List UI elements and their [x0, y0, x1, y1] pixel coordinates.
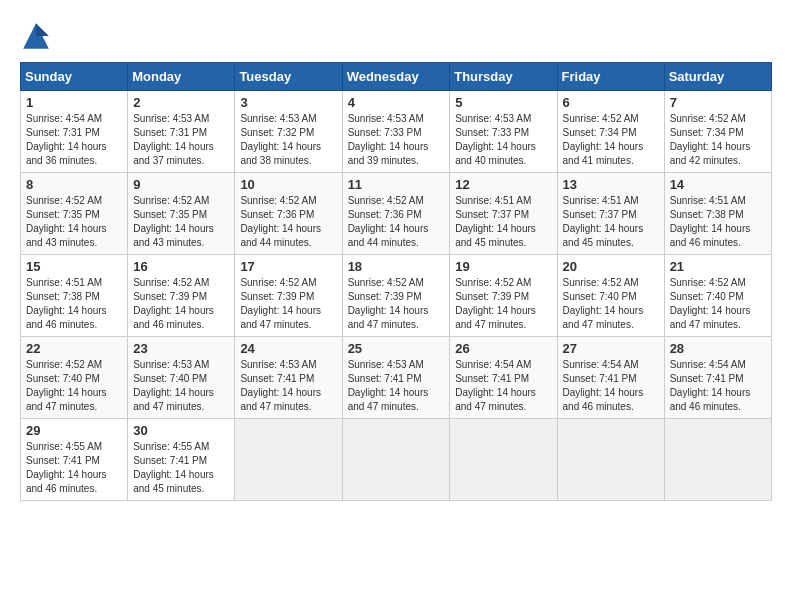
day-number: 27 — [563, 341, 659, 356]
logo — [20, 20, 56, 52]
calendar-cell: 19 Sunrise: 4:52 AMSunset: 7:39 PMDaylig… — [450, 255, 557, 337]
day-number: 25 — [348, 341, 445, 356]
col-header-saturday: Saturday — [664, 63, 771, 91]
calendar-week-4: 22 Sunrise: 4:52 AMSunset: 7:40 PMDaylig… — [21, 337, 772, 419]
day-info: Sunrise: 4:54 AMSunset: 7:41 PMDaylight:… — [670, 358, 766, 414]
day-number: 22 — [26, 341, 122, 356]
calendar-cell: 13 Sunrise: 4:51 AMSunset: 7:37 PMDaylig… — [557, 173, 664, 255]
day-number: 2 — [133, 95, 229, 110]
calendar-cell: 16 Sunrise: 4:52 AMSunset: 7:39 PMDaylig… — [128, 255, 235, 337]
day-number: 30 — [133, 423, 229, 438]
day-info: Sunrise: 4:53 AMSunset: 7:33 PMDaylight:… — [455, 112, 551, 168]
calendar-cell: 9 Sunrise: 4:52 AMSunset: 7:35 PMDayligh… — [128, 173, 235, 255]
day-info: Sunrise: 4:53 AMSunset: 7:41 PMDaylight:… — [240, 358, 336, 414]
calendar-cell: 10 Sunrise: 4:52 AMSunset: 7:36 PMDaylig… — [235, 173, 342, 255]
calendar-cell — [450, 419, 557, 501]
day-info: Sunrise: 4:52 AMSunset: 7:39 PMDaylight:… — [348, 276, 445, 332]
calendar-cell: 20 Sunrise: 4:52 AMSunset: 7:40 PMDaylig… — [557, 255, 664, 337]
day-info: Sunrise: 4:52 AMSunset: 7:39 PMDaylight:… — [455, 276, 551, 332]
day-number: 28 — [670, 341, 766, 356]
day-number: 5 — [455, 95, 551, 110]
day-number: 21 — [670, 259, 766, 274]
day-info: Sunrise: 4:54 AMSunset: 7:41 PMDaylight:… — [563, 358, 659, 414]
day-number: 11 — [348, 177, 445, 192]
day-info: Sunrise: 4:52 AMSunset: 7:36 PMDaylight:… — [348, 194, 445, 250]
calendar-cell: 8 Sunrise: 4:52 AMSunset: 7:35 PMDayligh… — [21, 173, 128, 255]
day-number: 13 — [563, 177, 659, 192]
day-number: 6 — [563, 95, 659, 110]
calendar-cell: 25 Sunrise: 4:53 AMSunset: 7:41 PMDaylig… — [342, 337, 450, 419]
calendar-cell: 6 Sunrise: 4:52 AMSunset: 7:34 PMDayligh… — [557, 91, 664, 173]
day-info: Sunrise: 4:51 AMSunset: 7:37 PMDaylight:… — [455, 194, 551, 250]
calendar-cell: 11 Sunrise: 4:52 AMSunset: 7:36 PMDaylig… — [342, 173, 450, 255]
day-info: Sunrise: 4:51 AMSunset: 7:38 PMDaylight:… — [670, 194, 766, 250]
calendar-cell: 17 Sunrise: 4:52 AMSunset: 7:39 PMDaylig… — [235, 255, 342, 337]
calendar-cell: 28 Sunrise: 4:54 AMSunset: 7:41 PMDaylig… — [664, 337, 771, 419]
calendar-cell: 29 Sunrise: 4:55 AMSunset: 7:41 PMDaylig… — [21, 419, 128, 501]
day-info: Sunrise: 4:55 AMSunset: 7:41 PMDaylight:… — [133, 440, 229, 496]
calendar-cell: 24 Sunrise: 4:53 AMSunset: 7:41 PMDaylig… — [235, 337, 342, 419]
day-number: 18 — [348, 259, 445, 274]
calendar-header-row: SundayMondayTuesdayWednesdayThursdayFrid… — [21, 63, 772, 91]
day-number: 17 — [240, 259, 336, 274]
calendar-cell — [235, 419, 342, 501]
calendar-cell: 4 Sunrise: 4:53 AMSunset: 7:33 PMDayligh… — [342, 91, 450, 173]
calendar-cell: 18 Sunrise: 4:52 AMSunset: 7:39 PMDaylig… — [342, 255, 450, 337]
day-info: Sunrise: 4:54 AMSunset: 7:41 PMDaylight:… — [455, 358, 551, 414]
calendar-cell: 27 Sunrise: 4:54 AMSunset: 7:41 PMDaylig… — [557, 337, 664, 419]
day-number: 26 — [455, 341, 551, 356]
calendar-cell: 23 Sunrise: 4:53 AMSunset: 7:40 PMDaylig… — [128, 337, 235, 419]
day-number: 20 — [563, 259, 659, 274]
day-info: Sunrise: 4:53 AMSunset: 7:33 PMDaylight:… — [348, 112, 445, 168]
calendar-cell: 30 Sunrise: 4:55 AMSunset: 7:41 PMDaylig… — [128, 419, 235, 501]
day-info: Sunrise: 4:52 AMSunset: 7:39 PMDaylight:… — [240, 276, 336, 332]
day-info: Sunrise: 4:51 AMSunset: 7:38 PMDaylight:… — [26, 276, 122, 332]
calendar-week-5: 29 Sunrise: 4:55 AMSunset: 7:41 PMDaylig… — [21, 419, 772, 501]
calendar-cell: 21 Sunrise: 4:52 AMSunset: 7:40 PMDaylig… — [664, 255, 771, 337]
calendar-cell — [342, 419, 450, 501]
day-number: 16 — [133, 259, 229, 274]
day-number: 8 — [26, 177, 122, 192]
logo-icon — [20, 20, 52, 52]
calendar-cell — [557, 419, 664, 501]
day-info: Sunrise: 4:55 AMSunset: 7:41 PMDaylight:… — [26, 440, 122, 496]
svg-marker-1 — [36, 23, 49, 36]
day-info: Sunrise: 4:52 AMSunset: 7:40 PMDaylight:… — [563, 276, 659, 332]
col-header-friday: Friday — [557, 63, 664, 91]
calendar-cell: 5 Sunrise: 4:53 AMSunset: 7:33 PMDayligh… — [450, 91, 557, 173]
day-info: Sunrise: 4:54 AMSunset: 7:31 PMDaylight:… — [26, 112, 122, 168]
calendar-week-3: 15 Sunrise: 4:51 AMSunset: 7:38 PMDaylig… — [21, 255, 772, 337]
day-info: Sunrise: 4:52 AMSunset: 7:36 PMDaylight:… — [240, 194, 336, 250]
calendar-cell — [664, 419, 771, 501]
calendar-cell: 15 Sunrise: 4:51 AMSunset: 7:38 PMDaylig… — [21, 255, 128, 337]
day-info: Sunrise: 4:52 AMSunset: 7:35 PMDaylight:… — [26, 194, 122, 250]
day-info: Sunrise: 4:52 AMSunset: 7:35 PMDaylight:… — [133, 194, 229, 250]
calendar-cell: 2 Sunrise: 4:53 AMSunset: 7:31 PMDayligh… — [128, 91, 235, 173]
calendar-cell: 26 Sunrise: 4:54 AMSunset: 7:41 PMDaylig… — [450, 337, 557, 419]
day-info: Sunrise: 4:52 AMSunset: 7:40 PMDaylight:… — [670, 276, 766, 332]
day-number: 1 — [26, 95, 122, 110]
day-number: 7 — [670, 95, 766, 110]
calendar: SundayMondayTuesdayWednesdayThursdayFrid… — [20, 62, 772, 501]
day-number: 29 — [26, 423, 122, 438]
day-number: 12 — [455, 177, 551, 192]
col-header-sunday: Sunday — [21, 63, 128, 91]
day-number: 23 — [133, 341, 229, 356]
col-header-wednesday: Wednesday — [342, 63, 450, 91]
day-info: Sunrise: 4:53 AMSunset: 7:40 PMDaylight:… — [133, 358, 229, 414]
calendar-week-2: 8 Sunrise: 4:52 AMSunset: 7:35 PMDayligh… — [21, 173, 772, 255]
day-info: Sunrise: 4:52 AMSunset: 7:40 PMDaylight:… — [26, 358, 122, 414]
calendar-cell: 7 Sunrise: 4:52 AMSunset: 7:34 PMDayligh… — [664, 91, 771, 173]
col-header-thursday: Thursday — [450, 63, 557, 91]
col-header-monday: Monday — [128, 63, 235, 91]
day-number: 9 — [133, 177, 229, 192]
day-number: 4 — [348, 95, 445, 110]
day-number: 15 — [26, 259, 122, 274]
day-info: Sunrise: 4:52 AMSunset: 7:34 PMDaylight:… — [670, 112, 766, 168]
calendar-cell: 22 Sunrise: 4:52 AMSunset: 7:40 PMDaylig… — [21, 337, 128, 419]
day-number: 24 — [240, 341, 336, 356]
day-info: Sunrise: 4:53 AMSunset: 7:41 PMDaylight:… — [348, 358, 445, 414]
calendar-cell: 3 Sunrise: 4:53 AMSunset: 7:32 PMDayligh… — [235, 91, 342, 173]
day-info: Sunrise: 4:51 AMSunset: 7:37 PMDaylight:… — [563, 194, 659, 250]
day-number: 19 — [455, 259, 551, 274]
